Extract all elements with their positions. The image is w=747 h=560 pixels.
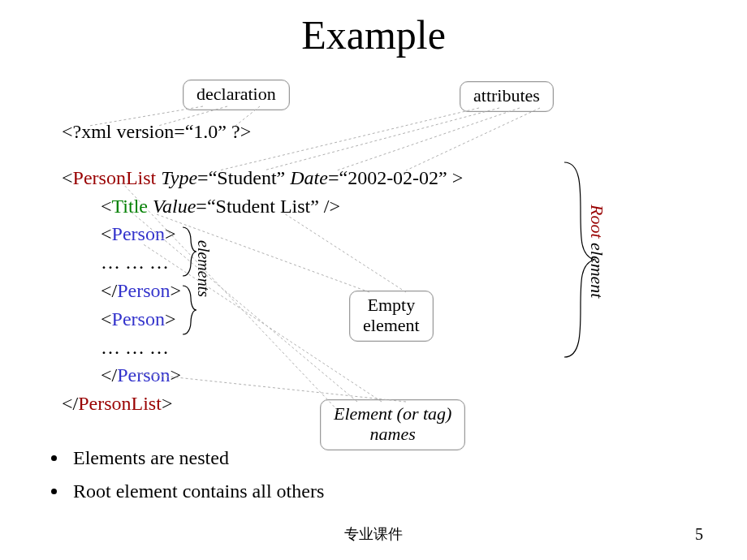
bracket: <	[101, 196, 112, 217]
slide-title: Example	[0, 0, 747, 58]
attr-name: Value	[148, 196, 196, 217]
bracket: >	[165, 308, 176, 330]
person-open-1: <Person>	[101, 220, 463, 248]
bracket: >	[171, 364, 182, 386]
footer-text: 专业课件	[0, 524, 747, 544]
tag-name: PersonList	[78, 393, 162, 414]
title-element: <Title Value=“Student List” />	[101, 192, 463, 221]
tag-name: Title	[112, 196, 148, 217]
attr-value: =“Student”	[197, 167, 290, 188]
root-rest: element	[587, 239, 607, 299]
bracket: >	[162, 393, 173, 414]
attr-value: =“2002-02-02” >	[328, 167, 463, 188]
bullet-item: Root element contains all others	[68, 480, 324, 502]
bullet-item: Elements are nested	[68, 447, 324, 469]
bullet-list: Elements are nested Root element contain…	[45, 442, 324, 514]
root-element-label: Root element	[586, 205, 607, 298]
slide: Example declaration attributes Empty ele…	[0, 0, 747, 560]
tag-name: Person	[112, 223, 165, 244]
page-number: 5	[695, 525, 703, 544]
tag-name: Person	[117, 364, 170, 386]
tag-name: Person	[117, 280, 170, 301]
person-close-2: </Person>	[101, 361, 463, 390]
attr-value: =“Student List” />	[196, 196, 340, 217]
bracket: </	[101, 364, 117, 386]
attr-name: Date	[290, 167, 328, 188]
tag-name: Person	[112, 308, 165, 330]
ellipsis: … … …	[101, 334, 463, 362]
bracket: <	[101, 308, 112, 330]
bracket: </	[62, 393, 78, 414]
personlist-open: <PersonList Type=“Student” Date=“2002-02…	[62, 164, 463, 192]
callout-text: names	[370, 424, 416, 444]
xml-code: <?xml version=“1.0” ?> <PersonList Type=…	[62, 118, 463, 418]
callout-attributes: attributes	[460, 81, 554, 112]
bracket: <	[101, 223, 112, 244]
bracket: >	[165, 223, 176, 244]
elements-label: elements	[194, 240, 213, 297]
xml-declaration-line: <?xml version=“1.0” ?>	[62, 118, 463, 146]
person-open-2: <Person>	[101, 305, 463, 334]
root-word: Root	[587, 205, 607, 239]
person-close-1: </Person>	[101, 277, 463, 305]
bracket: >	[171, 280, 182, 301]
bracket: <	[62, 167, 73, 188]
tag-name: PersonList	[73, 167, 157, 188]
bracket: </	[101, 280, 117, 301]
attr-name: Type	[161, 167, 197, 188]
ellipsis: … … …	[101, 248, 463, 277]
callout-declaration: declaration	[183, 80, 290, 110]
personlist-close: </PersonList>	[62, 390, 463, 418]
